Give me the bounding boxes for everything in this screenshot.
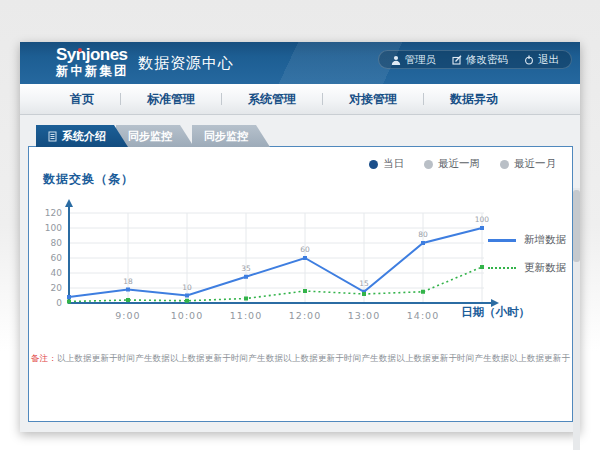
nav-item-data-change[interactable]: 数据异动 [424, 91, 524, 108]
scrollbar-thumb[interactable] [573, 190, 580, 262]
footnote-text: 以上数据更新于时间产生数据以上数据更新于时间产生数据以上数据更新于时间产生数据以… [57, 353, 570, 363]
legend-label: 新增数据 [524, 233, 566, 247]
admin-user-button[interactable]: 管理员 [391, 53, 437, 67]
user-icon [391, 55, 401, 65]
svg-text:20: 20 [51, 283, 63, 293]
tab-label: 同步监控 [204, 125, 248, 147]
svg-text:40: 40 [51, 268, 63, 278]
svg-text:100: 100 [475, 215, 490, 224]
tab-label: 系统介绍 [62, 125, 106, 147]
change-password-button[interactable]: 修改密码 [452, 53, 508, 67]
app-window: Synjones 新中新集团 数据资源中心 管理员 修改密码 退出 首页 标准管… [20, 42, 580, 432]
legend-item-update-data[interactable]: 更新数据 [488, 261, 566, 275]
svg-text:15: 15 [359, 279, 369, 288]
nav-item-system-mgmt[interactable]: 系统管理 [222, 91, 322, 108]
footnote-prefix: 备注： [31, 353, 57, 363]
nav-item-home[interactable]: 首页 [44, 91, 120, 108]
y-axis-title: 数据交换（条） [43, 171, 134, 188]
scrollbar-track[interactable] [573, 188, 580, 450]
change-password-label: 修改密码 [466, 53, 508, 67]
svg-text:100: 100 [45, 223, 62, 233]
svg-text:10:00: 10:00 [171, 310, 203, 321]
period-option-label: 最近一周 [438, 157, 480, 171]
tab-sync-monitor-1[interactable]: 同步监控 [116, 125, 194, 147]
svg-text:14:00: 14:00 [407, 310, 439, 321]
x-axis-title: 日期（小时） [461, 305, 530, 320]
svg-text:80: 80 [51, 238, 63, 248]
chart-panel: 当日 最近一周 最近一月 数据交换（条） 0204060801001209:00… [28, 146, 573, 422]
svg-text:60: 60 [51, 253, 63, 263]
nav-item-interface-mgmt[interactable]: 对接管理 [323, 91, 423, 108]
radio-dot-icon [424, 160, 433, 169]
svg-text:13:00: 13:00 [348, 310, 380, 321]
user-menu: 管理员 修改密码 退出 [378, 50, 573, 69]
tab-bar: 系统介绍 同步监控 同步监控 [36, 125, 258, 147]
period-filter: 当日 最近一周 最近一月 [369, 157, 556, 171]
page-title: 数据资源中心 [138, 54, 234, 73]
radio-dot-icon [500, 160, 509, 169]
power-icon [524, 55, 534, 65]
nav-item-standard-mgmt[interactable]: 标准管理 [121, 91, 221, 108]
svg-text:10: 10 [182, 283, 192, 292]
svg-text:60: 60 [300, 245, 310, 254]
svg-text:11:00: 11:00 [230, 310, 262, 321]
footnote: 备注：以上数据更新于时间产生数据以上数据更新于时间产生数据以上数据更新于时间产生… [29, 353, 572, 365]
legend-item-new-data[interactable]: 新增数据 [488, 233, 566, 247]
solid-line-swatch-icon [488, 239, 516, 242]
tab-sync-monitor-2[interactable]: 同步监控 [192, 125, 270, 147]
content-area: 系统介绍 同步监控 同步监控 当日 最近一周 [20, 115, 580, 432]
admin-user-label: 管理员 [405, 53, 437, 67]
svg-text:12:00: 12:00 [289, 310, 321, 321]
document-icon [48, 131, 57, 142]
logout-button[interactable]: 退出 [524, 53, 559, 67]
logout-label: 退出 [538, 53, 559, 67]
period-option-label: 当日 [383, 157, 404, 171]
logo-red-dot [78, 48, 82, 52]
dotted-line-swatch-icon [488, 267, 516, 269]
svg-text:18: 18 [123, 277, 133, 286]
chart-legend: 新增数据 更新数据 [488, 233, 566, 275]
legend-label: 更新数据 [524, 261, 566, 275]
period-option-last-month[interactable]: 最近一月 [500, 157, 556, 171]
svg-text:80: 80 [418, 230, 428, 239]
svg-text:35: 35 [241, 264, 251, 273]
app-header: Synjones 新中新集团 数据资源中心 管理员 修改密码 退出 [20, 42, 580, 84]
tab-system-intro[interactable]: 系统介绍 [36, 125, 128, 147]
svg-text:9:00: 9:00 [115, 310, 140, 321]
period-option-last-week[interactable]: 最近一周 [424, 157, 480, 171]
main-nav: 首页 标准管理 系统管理 对接管理 数据异动 [20, 84, 580, 115]
radio-dot-icon [369, 160, 378, 169]
svg-text:0: 0 [56, 298, 62, 308]
tab-label: 同步监控 [128, 125, 172, 147]
period-option-label: 最近一月 [514, 157, 556, 171]
period-option-today[interactable]: 当日 [369, 157, 404, 171]
edit-icon [452, 55, 462, 65]
svg-text:120: 120 [45, 208, 62, 218]
